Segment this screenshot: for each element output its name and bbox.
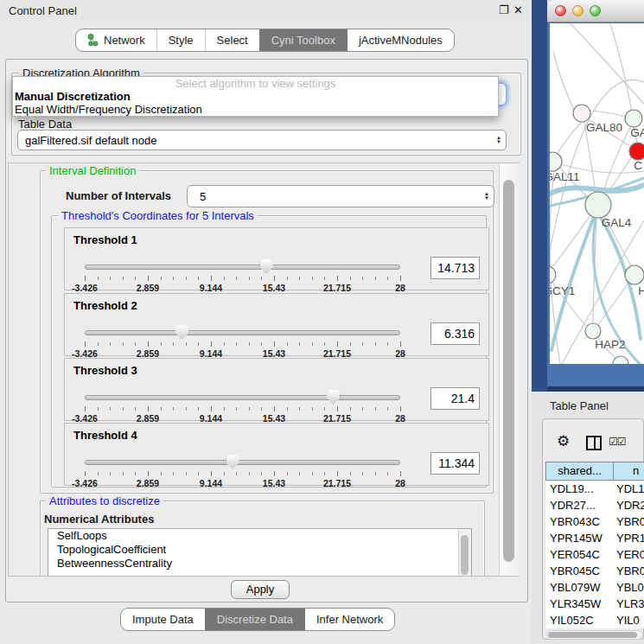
table-cell[interactable]: YER054C (545, 546, 613, 563)
combobox-spinner-icon[interactable]: ▲▼ (492, 136, 506, 144)
algorithm-option-equal-width-frequency-discretization[interactable]: Equal Width/Frequency Discretization (13, 103, 498, 116)
minimize-traffic-light[interactable] (572, 5, 583, 16)
slider-tick (186, 277, 187, 280)
network-edge[interactable] (571, 23, 644, 104)
table-row[interactable]: YLR345WYLR3 (545, 596, 644, 612)
tab-network[interactable]: Network (76, 29, 156, 51)
table-cell[interactable]: YBR0 (613, 563, 644, 579)
slider-thumb[interactable] (175, 325, 188, 340)
attribute-item-selfloops[interactable]: SelfLoops (48, 529, 471, 543)
network-node-gal80[interactable] (573, 105, 590, 122)
threshold-slider[interactable]: -3.4262.8599.14415.4321.71528 (85, 453, 400, 486)
table-row[interactable]: YBL079WYBL0 (545, 579, 644, 596)
slider-track[interactable] (85, 460, 400, 465)
table-column-header-1[interactable]: shared... (545, 462, 613, 481)
node-label: C (634, 159, 642, 172)
zoom-traffic-light[interactable] (590, 5, 601, 16)
slider-track[interactable] (85, 330, 400, 335)
table-cell[interactable]: YBL0 (613, 579, 644, 596)
table-row[interactable]: YBR043CYBR0 (545, 513, 644, 530)
table-row[interactable]: YDL19...YDL1 (545, 481, 644, 497)
scrollbar-thumb[interactable] (461, 535, 469, 575)
settings-scrollbar[interactable] (499, 163, 520, 576)
tab-style[interactable]: Style (156, 29, 205, 51)
tab-jactivemnodules[interactable]: jActiveMNodules (347, 29, 454, 51)
algorithm-option-manual-discretization[interactable]: Manual Discretization (13, 90, 498, 103)
float-window-icon[interactable]: ❐ (499, 3, 509, 16)
network-node-h[interactable] (625, 265, 644, 284)
attribute-item-topologicalcoefficient[interactable]: TopologicalCoefficient (48, 543, 471, 557)
table-cell[interactable]: YER0 (613, 546, 644, 563)
tab-infer-network[interactable]: Infer Network (304, 609, 394, 630)
table-cell[interactable]: YBR045C (545, 563, 613, 579)
threshold-value-field[interactable]: 14.713 (430, 257, 480, 279)
slider-track[interactable] (85, 265, 400, 270)
threshold-slider[interactable]: -3.4262.8599.14415.4321.71528 (85, 258, 400, 290)
attribute-item-betweennesscentrality[interactable]: BetweennessCentrality (48, 557, 471, 571)
close-window-icon[interactable]: ✕ (513, 3, 523, 16)
combobox-spinner-icon[interactable]: ▲▼ (480, 192, 494, 201)
slider-tick (299, 472, 300, 475)
apply-button[interactable]: Apply (231, 580, 290, 599)
table-column-header-2[interactable]: n (613, 462, 644, 481)
threshold-slider[interactable]: -3.4262.8599.14415.4321.71528 (85, 388, 400, 421)
node-table[interactable]: shared...n YDL19...YDL1YDR27...YDR2YBR04… (545, 462, 644, 628)
network-edge[interactable] (553, 52, 577, 117)
table-data-combobox[interactable]: galFiltered.sif default node ▲▼ (17, 130, 507, 150)
table-row[interactable]: YPR145WYPR1 (545, 530, 644, 546)
table-horizontal-scrollbar[interactable] (546, 630, 643, 640)
table-row[interactable]: YDR27...YDR2 (545, 497, 644, 513)
table-cell[interactable]: YDR2 (613, 497, 644, 513)
table-cell[interactable]: YDL19... (545, 481, 613, 497)
tab-cyni-toolbox[interactable]: Cyni Toolbox (259, 29, 347, 51)
numerical-attributes-list[interactable]: SelfLoopsTopologicalCoefficientBetweenne… (48, 528, 472, 577)
number-of-intervals-label: Number of Intervals (66, 189, 171, 202)
scrollbar-thumb[interactable] (503, 180, 514, 562)
network-node-hap2[interactable] (585, 323, 601, 339)
table-cell[interactable]: YBR0 (613, 513, 644, 530)
slider-tick (186, 407, 187, 411)
network-node-gcy1[interactable] (550, 266, 556, 284)
table-cell[interactable]: YLR3 (613, 596, 644, 612)
table-cell[interactable]: YIL052C (545, 612, 613, 628)
scrollbar-thumb[interactable] (548, 632, 637, 638)
threshold-value-field[interactable]: 11.344 (430, 452, 480, 475)
columns-icon[interactable] (586, 436, 602, 450)
algorithm-prompt-option[interactable]: Select algorithm to view settings (13, 77, 498, 90)
checkboxes-icon[interactable]: ☑☑ (609, 436, 626, 448)
network-edge[interactable] (603, 125, 631, 193)
tab-impute-data[interactable]: Impute Data (121, 609, 205, 630)
table-cell[interactable]: YBR043C (545, 513, 613, 530)
table-cell[interactable]: YIL0 (613, 612, 644, 628)
table-cell[interactable]: YPR1 (613, 530, 644, 546)
table-cell[interactable]: YDL1 (613, 481, 644, 497)
table-cell[interactable]: YBL079W (545, 579, 613, 596)
tab-discretize-data[interactable]: Discretize Data (205, 609, 304, 630)
network-node-c[interactable] (629, 143, 644, 160)
network-node-gal4[interactable] (585, 192, 611, 218)
tab-select[interactable]: Select (205, 29, 259, 51)
close-traffic-light[interactable] (555, 5, 566, 16)
table-cell[interactable]: YLR345W (545, 596, 613, 612)
slider-tick (249, 342, 250, 346)
network-canvas[interactable]: GAL80GACGAL11GAL4GCY1HHAP2 (550, 23, 644, 364)
table-row[interactable]: YBR045CYBR0 (545, 563, 644, 579)
network-node-ga[interactable] (625, 110, 642, 127)
number-of-intervals-combobox[interactable]: 5 ▲▼ (187, 185, 494, 207)
threshold-value-field[interactable]: 21.4 (430, 387, 480, 410)
gear-icon[interactable]: ⚙ (557, 434, 570, 449)
slider-track[interactable] (85, 395, 400, 400)
threshold-slider[interactable]: -3.4262.8599.14415.4321.71528 (85, 323, 400, 356)
attributes-list-scrollbar[interactable] (458, 529, 471, 577)
table-cell[interactable]: YDR27... (545, 497, 613, 513)
threshold-value-field[interactable]: 6.316 (430, 322, 480, 345)
slider-thumb[interactable] (327, 390, 340, 405)
table-row[interactable]: YER054CYER0 (545, 546, 644, 563)
slider-thumb[interactable] (226, 455, 239, 469)
network-edge[interactable] (590, 111, 625, 117)
table-row[interactable]: YIL052CYIL0 (545, 612, 644, 628)
slider-ticks (85, 341, 400, 348)
slider-tick (211, 341, 212, 347)
slider-thumb[interactable] (260, 259, 273, 274)
table-cell[interactable]: YPR145W (545, 530, 613, 546)
